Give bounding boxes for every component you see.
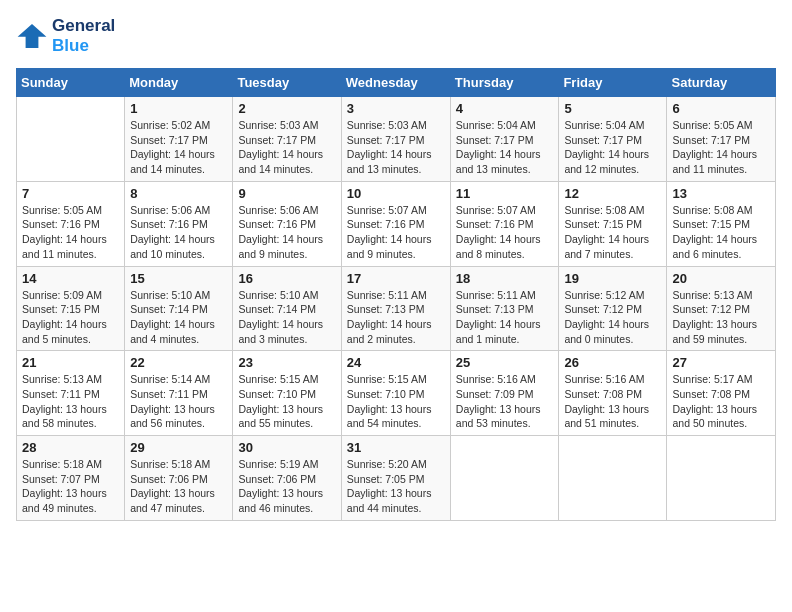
day-number: 5 [564, 101, 661, 116]
day-number: 12 [564, 186, 661, 201]
calendar-cell [450, 436, 559, 521]
calendar-cell: 15Sunrise: 5:10 AM Sunset: 7:14 PM Dayli… [125, 266, 233, 351]
svg-marker-1 [18, 24, 47, 48]
day-info: Sunrise: 5:16 AM Sunset: 7:08 PM Dayligh… [564, 372, 661, 431]
day-info: Sunrise: 5:07 AM Sunset: 7:16 PM Dayligh… [347, 203, 445, 262]
day-info: Sunrise: 5:13 AM Sunset: 7:11 PM Dayligh… [22, 372, 119, 431]
calendar-cell: 25Sunrise: 5:16 AM Sunset: 7:09 PM Dayli… [450, 351, 559, 436]
calendar-cell: 13Sunrise: 5:08 AM Sunset: 7:15 PM Dayli… [667, 181, 776, 266]
calendar-cell [17, 97, 125, 182]
day-info: Sunrise: 5:07 AM Sunset: 7:16 PM Dayligh… [456, 203, 554, 262]
day-info: Sunrise: 5:11 AM Sunset: 7:13 PM Dayligh… [347, 288, 445, 347]
calendar-cell: 14Sunrise: 5:09 AM Sunset: 7:15 PM Dayli… [17, 266, 125, 351]
column-header-sunday: Sunday [17, 69, 125, 97]
calendar-cell: 11Sunrise: 5:07 AM Sunset: 7:16 PM Dayli… [450, 181, 559, 266]
header-row: SundayMondayTuesdayWednesdayThursdayFrid… [17, 69, 776, 97]
calendar-cell: 19Sunrise: 5:12 AM Sunset: 7:12 PM Dayli… [559, 266, 667, 351]
day-info: Sunrise: 5:19 AM Sunset: 7:06 PM Dayligh… [238, 457, 335, 516]
day-info: Sunrise: 5:04 AM Sunset: 7:17 PM Dayligh… [456, 118, 554, 177]
day-info: Sunrise: 5:05 AM Sunset: 7:16 PM Dayligh… [22, 203, 119, 262]
day-info: Sunrise: 5:20 AM Sunset: 7:05 PM Dayligh… [347, 457, 445, 516]
day-number: 22 [130, 355, 227, 370]
day-info: Sunrise: 5:04 AM Sunset: 7:17 PM Dayligh… [564, 118, 661, 177]
day-number: 7 [22, 186, 119, 201]
calendar-cell: 22Sunrise: 5:14 AM Sunset: 7:11 PM Dayli… [125, 351, 233, 436]
day-number: 3 [347, 101, 445, 116]
day-info: Sunrise: 5:18 AM Sunset: 7:07 PM Dayligh… [22, 457, 119, 516]
day-number: 17 [347, 271, 445, 286]
column-header-wednesday: Wednesday [341, 69, 450, 97]
day-info: Sunrise: 5:15 AM Sunset: 7:10 PM Dayligh… [238, 372, 335, 431]
day-info: Sunrise: 5:06 AM Sunset: 7:16 PM Dayligh… [130, 203, 227, 262]
calendar-row: 28Sunrise: 5:18 AM Sunset: 7:07 PM Dayli… [17, 436, 776, 521]
calendar-cell: 1Sunrise: 5:02 AM Sunset: 7:17 PM Daylig… [125, 97, 233, 182]
day-info: Sunrise: 5:11 AM Sunset: 7:13 PM Dayligh… [456, 288, 554, 347]
calendar-cell: 2Sunrise: 5:03 AM Sunset: 7:17 PM Daylig… [233, 97, 341, 182]
day-info: Sunrise: 5:13 AM Sunset: 7:12 PM Dayligh… [672, 288, 770, 347]
logo: General Blue [16, 16, 115, 56]
calendar-cell: 24Sunrise: 5:15 AM Sunset: 7:10 PM Dayli… [341, 351, 450, 436]
calendar-cell: 9Sunrise: 5:06 AM Sunset: 7:16 PM Daylig… [233, 181, 341, 266]
day-number: 26 [564, 355, 661, 370]
day-number: 30 [238, 440, 335, 455]
day-info: Sunrise: 5:17 AM Sunset: 7:08 PM Dayligh… [672, 372, 770, 431]
day-number: 6 [672, 101, 770, 116]
day-number: 10 [347, 186, 445, 201]
day-number: 14 [22, 271, 119, 286]
calendar-cell: 16Sunrise: 5:10 AM Sunset: 7:14 PM Dayli… [233, 266, 341, 351]
day-info: Sunrise: 5:06 AM Sunset: 7:16 PM Dayligh… [238, 203, 335, 262]
calendar-table: SundayMondayTuesdayWednesdayThursdayFrid… [16, 68, 776, 521]
day-info: Sunrise: 5:15 AM Sunset: 7:10 PM Dayligh… [347, 372, 445, 431]
column-header-thursday: Thursday [450, 69, 559, 97]
day-info: Sunrise: 5:10 AM Sunset: 7:14 PM Dayligh… [130, 288, 227, 347]
day-number: 25 [456, 355, 554, 370]
day-number: 15 [130, 271, 227, 286]
calendar-cell: 6Sunrise: 5:05 AM Sunset: 7:17 PM Daylig… [667, 97, 776, 182]
day-number: 18 [456, 271, 554, 286]
day-number: 28 [22, 440, 119, 455]
logo-text: General Blue [52, 16, 115, 56]
page-header: General Blue [16, 16, 776, 56]
calendar-cell: 29Sunrise: 5:18 AM Sunset: 7:06 PM Dayli… [125, 436, 233, 521]
day-info: Sunrise: 5:09 AM Sunset: 7:15 PM Dayligh… [22, 288, 119, 347]
day-info: Sunrise: 5:10 AM Sunset: 7:14 PM Dayligh… [238, 288, 335, 347]
calendar-cell: 17Sunrise: 5:11 AM Sunset: 7:13 PM Dayli… [341, 266, 450, 351]
column-header-saturday: Saturday [667, 69, 776, 97]
day-number: 19 [564, 271, 661, 286]
day-number: 11 [456, 186, 554, 201]
calendar-cell: 4Sunrise: 5:04 AM Sunset: 7:17 PM Daylig… [450, 97, 559, 182]
calendar-cell: 20Sunrise: 5:13 AM Sunset: 7:12 PM Dayli… [667, 266, 776, 351]
day-number: 31 [347, 440, 445, 455]
day-number: 16 [238, 271, 335, 286]
day-number: 24 [347, 355, 445, 370]
day-info: Sunrise: 5:08 AM Sunset: 7:15 PM Dayligh… [672, 203, 770, 262]
day-number: 2 [238, 101, 335, 116]
column-header-tuesday: Tuesday [233, 69, 341, 97]
column-header-monday: Monday [125, 69, 233, 97]
day-number: 13 [672, 186, 770, 201]
calendar-cell: 7Sunrise: 5:05 AM Sunset: 7:16 PM Daylig… [17, 181, 125, 266]
day-number: 8 [130, 186, 227, 201]
calendar-cell: 3Sunrise: 5:03 AM Sunset: 7:17 PM Daylig… [341, 97, 450, 182]
calendar-cell [667, 436, 776, 521]
calendar-cell [559, 436, 667, 521]
day-info: Sunrise: 5:16 AM Sunset: 7:09 PM Dayligh… [456, 372, 554, 431]
calendar-cell: 31Sunrise: 5:20 AM Sunset: 7:05 PM Dayli… [341, 436, 450, 521]
day-info: Sunrise: 5:02 AM Sunset: 7:17 PM Dayligh… [130, 118, 227, 177]
day-info: Sunrise: 5:12 AM Sunset: 7:12 PM Dayligh… [564, 288, 661, 347]
calendar-row: 14Sunrise: 5:09 AM Sunset: 7:15 PM Dayli… [17, 266, 776, 351]
calendar-cell: 21Sunrise: 5:13 AM Sunset: 7:11 PM Dayli… [17, 351, 125, 436]
day-number: 23 [238, 355, 335, 370]
day-number: 29 [130, 440, 227, 455]
day-info: Sunrise: 5:03 AM Sunset: 7:17 PM Dayligh… [347, 118, 445, 177]
day-info: Sunrise: 5:05 AM Sunset: 7:17 PM Dayligh… [672, 118, 770, 177]
calendar-row: 21Sunrise: 5:13 AM Sunset: 7:11 PM Dayli… [17, 351, 776, 436]
day-number: 21 [22, 355, 119, 370]
calendar-cell: 30Sunrise: 5:19 AM Sunset: 7:06 PM Dayli… [233, 436, 341, 521]
logo-icon [16, 22, 48, 50]
calendar-cell: 8Sunrise: 5:06 AM Sunset: 7:16 PM Daylig… [125, 181, 233, 266]
calendar-cell: 27Sunrise: 5:17 AM Sunset: 7:08 PM Dayli… [667, 351, 776, 436]
day-number: 1 [130, 101, 227, 116]
calendar-cell: 23Sunrise: 5:15 AM Sunset: 7:10 PM Dayli… [233, 351, 341, 436]
calendar-cell: 12Sunrise: 5:08 AM Sunset: 7:15 PM Dayli… [559, 181, 667, 266]
